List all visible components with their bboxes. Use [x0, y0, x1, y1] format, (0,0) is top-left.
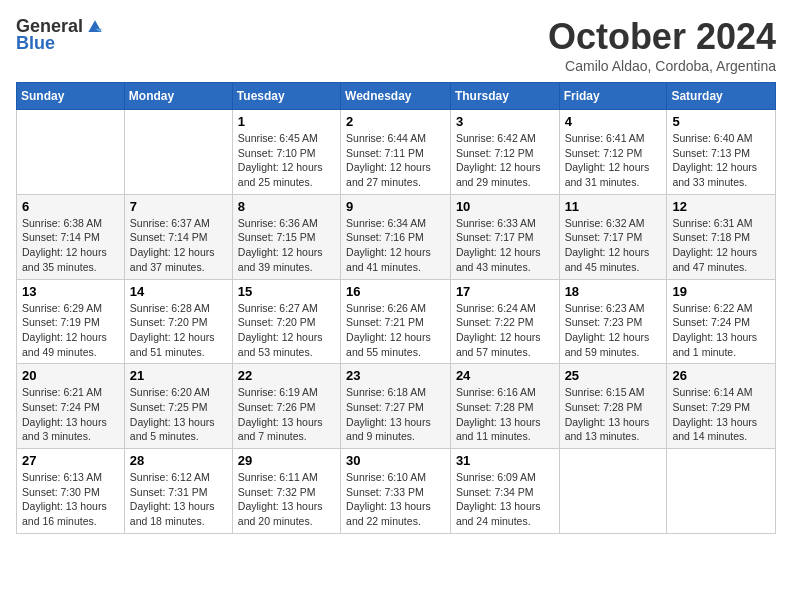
- calendar-day-cell: [17, 110, 125, 195]
- day-info: Sunrise: 6:09 AM Sunset: 7:34 PM Dayligh…: [456, 470, 554, 529]
- day-number: 3: [456, 114, 554, 129]
- day-number: 31: [456, 453, 554, 468]
- calendar-day-cell: [559, 449, 667, 534]
- calendar-day-cell: [667, 449, 776, 534]
- day-info: Sunrise: 6:38 AM Sunset: 7:14 PM Dayligh…: [22, 216, 119, 275]
- day-info: Sunrise: 6:19 AM Sunset: 7:26 PM Dayligh…: [238, 385, 335, 444]
- day-number: 20: [22, 368, 119, 383]
- calendar-day-cell: 15Sunrise: 6:27 AM Sunset: 7:20 PM Dayli…: [232, 279, 340, 364]
- calendar-day-cell: 17Sunrise: 6:24 AM Sunset: 7:22 PM Dayli…: [450, 279, 559, 364]
- day-info: Sunrise: 6:12 AM Sunset: 7:31 PM Dayligh…: [130, 470, 227, 529]
- day-info: Sunrise: 6:41 AM Sunset: 7:12 PM Dayligh…: [565, 131, 662, 190]
- calendar-day-cell: 6Sunrise: 6:38 AM Sunset: 7:14 PM Daylig…: [17, 194, 125, 279]
- day-number: 2: [346, 114, 445, 129]
- calendar-day-cell: 8Sunrise: 6:36 AM Sunset: 7:15 PM Daylig…: [232, 194, 340, 279]
- calendar-day-cell: 5Sunrise: 6:40 AM Sunset: 7:13 PM Daylig…: [667, 110, 776, 195]
- day-info: Sunrise: 6:24 AM Sunset: 7:22 PM Dayligh…: [456, 301, 554, 360]
- day-info: Sunrise: 6:28 AM Sunset: 7:20 PM Dayligh…: [130, 301, 227, 360]
- day-number: 8: [238, 199, 335, 214]
- location-subtitle: Camilo Aldao, Cordoba, Argentina: [548, 58, 776, 74]
- calendar-day-cell: 10Sunrise: 6:33 AM Sunset: 7:17 PM Dayli…: [450, 194, 559, 279]
- day-of-week-header: Thursday: [450, 83, 559, 110]
- day-number: 19: [672, 284, 770, 299]
- calendar-week-row: 27Sunrise: 6:13 AM Sunset: 7:30 PM Dayli…: [17, 449, 776, 534]
- calendar-day-cell: 13Sunrise: 6:29 AM Sunset: 7:19 PM Dayli…: [17, 279, 125, 364]
- calendar-day-cell: 30Sunrise: 6:10 AM Sunset: 7:33 PM Dayli…: [341, 449, 451, 534]
- calendar-day-cell: 27Sunrise: 6:13 AM Sunset: 7:30 PM Dayli…: [17, 449, 125, 534]
- calendar-day-cell: 23Sunrise: 6:18 AM Sunset: 7:27 PM Dayli…: [341, 364, 451, 449]
- calendar-day-cell: 18Sunrise: 6:23 AM Sunset: 7:23 PM Dayli…: [559, 279, 667, 364]
- day-info: Sunrise: 6:20 AM Sunset: 7:25 PM Dayligh…: [130, 385, 227, 444]
- day-number: 9: [346, 199, 445, 214]
- calendar-day-cell: 2Sunrise: 6:44 AM Sunset: 7:11 PM Daylig…: [341, 110, 451, 195]
- day-info: Sunrise: 6:11 AM Sunset: 7:32 PM Dayligh…: [238, 470, 335, 529]
- day-of-week-header: Friday: [559, 83, 667, 110]
- day-number: 28: [130, 453, 227, 468]
- day-number: 29: [238, 453, 335, 468]
- day-number: 12: [672, 199, 770, 214]
- page-header: General Blue October 2024 Camilo Aldao, …: [16, 16, 776, 74]
- day-number: 1: [238, 114, 335, 129]
- day-of-week-header: Tuesday: [232, 83, 340, 110]
- calendar-day-cell: 19Sunrise: 6:22 AM Sunset: 7:24 PM Dayli…: [667, 279, 776, 364]
- day-info: Sunrise: 6:10 AM Sunset: 7:33 PM Dayligh…: [346, 470, 445, 529]
- calendar-day-cell: [124, 110, 232, 195]
- day-number: 23: [346, 368, 445, 383]
- day-of-week-header: Monday: [124, 83, 232, 110]
- day-info: Sunrise: 6:34 AM Sunset: 7:16 PM Dayligh…: [346, 216, 445, 275]
- day-info: Sunrise: 6:44 AM Sunset: 7:11 PM Dayligh…: [346, 131, 445, 190]
- day-number: 27: [22, 453, 119, 468]
- calendar-week-row: 6Sunrise: 6:38 AM Sunset: 7:14 PM Daylig…: [17, 194, 776, 279]
- calendar-day-cell: 29Sunrise: 6:11 AM Sunset: 7:32 PM Dayli…: [232, 449, 340, 534]
- month-title: October 2024: [548, 16, 776, 58]
- day-number: 22: [238, 368, 335, 383]
- logo-icon: [85, 17, 105, 37]
- calendar-day-cell: 4Sunrise: 6:41 AM Sunset: 7:12 PM Daylig…: [559, 110, 667, 195]
- day-info: Sunrise: 6:22 AM Sunset: 7:24 PM Dayligh…: [672, 301, 770, 360]
- calendar-week-row: 20Sunrise: 6:21 AM Sunset: 7:24 PM Dayli…: [17, 364, 776, 449]
- day-number: 7: [130, 199, 227, 214]
- calendar-day-cell: 25Sunrise: 6:15 AM Sunset: 7:28 PM Dayli…: [559, 364, 667, 449]
- calendar-table: SundayMondayTuesdayWednesdayThursdayFrid…: [16, 82, 776, 534]
- day-number: 11: [565, 199, 662, 214]
- day-number: 24: [456, 368, 554, 383]
- day-info: Sunrise: 6:18 AM Sunset: 7:27 PM Dayligh…: [346, 385, 445, 444]
- day-number: 14: [130, 284, 227, 299]
- calendar-week-row: 13Sunrise: 6:29 AM Sunset: 7:19 PM Dayli…: [17, 279, 776, 364]
- calendar-day-cell: 20Sunrise: 6:21 AM Sunset: 7:24 PM Dayli…: [17, 364, 125, 449]
- calendar-day-cell: 21Sunrise: 6:20 AM Sunset: 7:25 PM Dayli…: [124, 364, 232, 449]
- day-number: 15: [238, 284, 335, 299]
- day-number: 18: [565, 284, 662, 299]
- day-info: Sunrise: 6:33 AM Sunset: 7:17 PM Dayligh…: [456, 216, 554, 275]
- day-info: Sunrise: 6:15 AM Sunset: 7:28 PM Dayligh…: [565, 385, 662, 444]
- day-of-week-header: Sunday: [17, 83, 125, 110]
- calendar-week-row: 1Sunrise: 6:45 AM Sunset: 7:10 PM Daylig…: [17, 110, 776, 195]
- calendar-day-cell: 14Sunrise: 6:28 AM Sunset: 7:20 PM Dayli…: [124, 279, 232, 364]
- day-info: Sunrise: 6:32 AM Sunset: 7:17 PM Dayligh…: [565, 216, 662, 275]
- day-number: 13: [22, 284, 119, 299]
- day-number: 25: [565, 368, 662, 383]
- day-number: 10: [456, 199, 554, 214]
- day-info: Sunrise: 6:16 AM Sunset: 7:28 PM Dayligh…: [456, 385, 554, 444]
- calendar-day-cell: 3Sunrise: 6:42 AM Sunset: 7:12 PM Daylig…: [450, 110, 559, 195]
- calendar-day-cell: 28Sunrise: 6:12 AM Sunset: 7:31 PM Dayli…: [124, 449, 232, 534]
- day-info: Sunrise: 6:21 AM Sunset: 7:24 PM Dayligh…: [22, 385, 119, 444]
- day-info: Sunrise: 6:13 AM Sunset: 7:30 PM Dayligh…: [22, 470, 119, 529]
- day-info: Sunrise: 6:31 AM Sunset: 7:18 PM Dayligh…: [672, 216, 770, 275]
- day-number: 30: [346, 453, 445, 468]
- day-of-week-header: Saturday: [667, 83, 776, 110]
- day-info: Sunrise: 6:37 AM Sunset: 7:14 PM Dayligh…: [130, 216, 227, 275]
- calendar-day-cell: 7Sunrise: 6:37 AM Sunset: 7:14 PM Daylig…: [124, 194, 232, 279]
- calendar-day-cell: 11Sunrise: 6:32 AM Sunset: 7:17 PM Dayli…: [559, 194, 667, 279]
- day-number: 4: [565, 114, 662, 129]
- logo-blue-text: Blue: [16, 33, 55, 54]
- calendar-header-row: SundayMondayTuesdayWednesdayThursdayFrid…: [17, 83, 776, 110]
- logo: General Blue: [16, 16, 105, 54]
- day-info: Sunrise: 6:27 AM Sunset: 7:20 PM Dayligh…: [238, 301, 335, 360]
- calendar-day-cell: 1Sunrise: 6:45 AM Sunset: 7:10 PM Daylig…: [232, 110, 340, 195]
- calendar-day-cell: 9Sunrise: 6:34 AM Sunset: 7:16 PM Daylig…: [341, 194, 451, 279]
- calendar-day-cell: 12Sunrise: 6:31 AM Sunset: 7:18 PM Dayli…: [667, 194, 776, 279]
- day-number: 16: [346, 284, 445, 299]
- calendar-day-cell: 31Sunrise: 6:09 AM Sunset: 7:34 PM Dayli…: [450, 449, 559, 534]
- day-of-week-header: Wednesday: [341, 83, 451, 110]
